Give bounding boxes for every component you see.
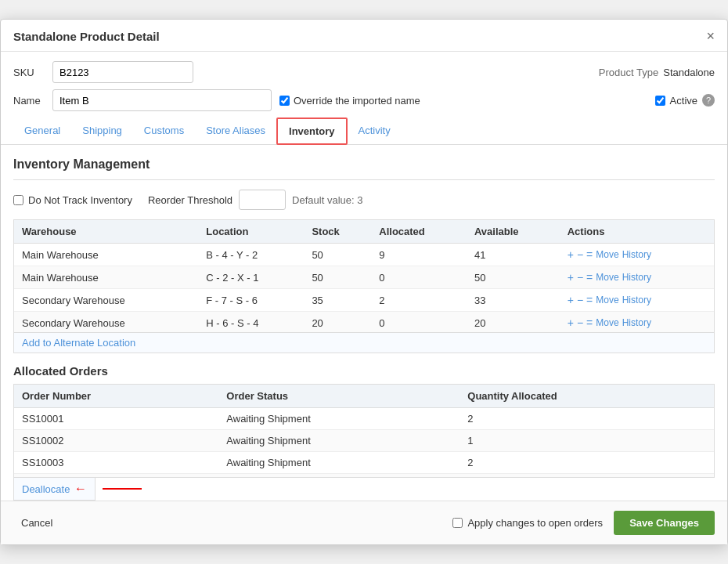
close-button[interactable]: × xyxy=(706,29,715,43)
tab-shipping[interactable]: Shipping xyxy=(71,118,133,145)
quantity-cell: 2 xyxy=(460,452,714,474)
active-area: Active ? xyxy=(655,94,715,107)
cancel-button[interactable]: Cancel xyxy=(13,512,60,533)
table-row: Main Warehouse B - 4 - Y - 2 50 9 41 + −… xyxy=(14,244,714,266)
edit-stock-icon[interactable]: = xyxy=(586,294,593,306)
sku-label: SKU xyxy=(13,67,45,78)
edit-stock-icon[interactable]: = xyxy=(586,316,593,329)
col-warehouse: Warehouse xyxy=(14,220,198,244)
order-status-cell: Awaiting Shipment xyxy=(218,474,460,479)
apply-changes-checkbox[interactable] xyxy=(452,518,463,528)
col-allocated: Allocated xyxy=(371,220,467,244)
order-number-cell: SS10003 xyxy=(14,452,218,474)
reorder-group: Reorder Threshold Default value: 3 xyxy=(148,190,363,210)
orders-header-row: Order Number Order Status Quantity Alloc… xyxy=(14,385,714,408)
orders-table-container: Order Number Order Status Quantity Alloc… xyxy=(13,384,715,478)
reorder-input[interactable] xyxy=(239,190,286,210)
save-button[interactable]: Save Changes xyxy=(614,511,715,535)
product-type-area: Product Type Standalone xyxy=(599,67,715,78)
stock-cell: 20 xyxy=(304,312,371,334)
allocated-orders-title: Allocated Orders xyxy=(13,364,715,378)
add-location-link[interactable]: Add to Alternate Location xyxy=(13,333,715,353)
order-status-cell: Awaiting Shipment xyxy=(218,452,460,474)
warehouse-cell: Secondary Warehouse xyxy=(14,289,198,312)
help-icon[interactable]: ? xyxy=(702,94,715,107)
remove-stock-icon[interactable]: − xyxy=(577,316,583,329)
modal-body: Inventory Management Do Not Track Invent… xyxy=(1,145,727,501)
add-stock-icon[interactable]: + xyxy=(568,294,574,306)
do-not-track-label[interactable]: Do Not Track Inventory xyxy=(13,194,132,206)
tab-customs[interactable]: Customs xyxy=(133,118,195,145)
quantity-cell: 1 xyxy=(460,430,714,452)
stock-cell: 50 xyxy=(304,244,371,266)
orders-table: Order Number Order Status Quantity Alloc… xyxy=(14,385,714,478)
add-stock-icon[interactable]: + xyxy=(568,271,574,284)
order-status-cell: Awaiting Shipment xyxy=(218,408,460,430)
add-stock-icon[interactable]: + xyxy=(568,248,574,261)
name-label: Name xyxy=(13,95,45,107)
quantity-cell: 1 xyxy=(460,474,714,479)
override-check[interactable]: Override the imported name xyxy=(279,95,420,107)
move-link[interactable]: Move xyxy=(596,317,618,328)
table-row: SS10003 Awaiting Shipment 2 xyxy=(14,452,714,474)
location-cell: B - 4 - Y - 2 xyxy=(198,244,304,266)
col-actions: Actions xyxy=(560,220,714,244)
name-row: Name Override the imported name Active ? xyxy=(13,89,715,111)
table-row: Secondary Warehouse H - 6 - S - 4 20 0 2… xyxy=(14,312,714,334)
table-row: Main Warehouse C - 2 - X - 1 50 0 50 + −… xyxy=(14,266,714,289)
do-not-track-checkbox[interactable] xyxy=(13,195,23,205)
override-checkbox[interactable] xyxy=(279,96,290,106)
col-stock: Stock xyxy=(304,220,371,244)
available-cell: 41 xyxy=(467,244,560,266)
order-number-cell: SS10002 xyxy=(14,430,218,452)
modal-title: Standalone Product Detail xyxy=(13,30,160,43)
actions-cell: + − = Move History xyxy=(560,244,714,266)
location-cell: C - 2 - X - 1 xyxy=(198,266,304,289)
allocated-cell: 0 xyxy=(371,312,467,334)
modal-fields: SKU Product Type Standalone Name Overrid… xyxy=(1,52,727,118)
remove-stock-icon[interactable]: − xyxy=(577,294,583,306)
history-link[interactable]: History xyxy=(622,272,651,283)
history-link[interactable]: History xyxy=(622,295,651,306)
allocated-cell: 2 xyxy=(371,289,467,312)
edit-stock-icon[interactable]: = xyxy=(586,271,593,284)
deallocate-link[interactable]: Deallocate ← xyxy=(13,478,96,501)
tabs-bar: General Shipping Customs Store Aliases I… xyxy=(1,118,727,145)
section-divider xyxy=(13,179,715,180)
tab-inventory[interactable]: Inventory xyxy=(276,118,348,145)
stock-cell: 35 xyxy=(304,289,371,312)
remove-stock-icon[interactable]: − xyxy=(577,248,583,261)
remove-stock-icon[interactable]: − xyxy=(577,271,583,284)
table-row: SS10002 Awaiting Shipment 1 xyxy=(14,430,714,452)
order-status-cell: Awaiting Shipment xyxy=(218,430,460,452)
tab-activity[interactable]: Activity xyxy=(348,118,402,145)
sku-input[interactable] xyxy=(52,61,193,83)
apply-changes-check[interactable]: Apply changes to open orders xyxy=(452,517,603,529)
tab-general[interactable]: General xyxy=(13,118,71,145)
move-link[interactable]: Move xyxy=(596,249,618,260)
location-cell: H - 6 - S - 4 xyxy=(198,312,304,334)
default-value: Default value: 3 xyxy=(292,194,362,206)
active-label: Active xyxy=(670,95,697,107)
quantity-cell: 2 xyxy=(460,408,714,430)
available-cell: 33 xyxy=(467,289,560,312)
inventory-options: Do Not Track Inventory Reorder Threshold… xyxy=(13,190,715,210)
apply-changes-label: Apply changes to open orders xyxy=(467,517,603,529)
edit-stock-icon[interactable]: = xyxy=(586,248,593,261)
allocated-cell: 9 xyxy=(371,244,467,266)
inventory-table: Warehouse Location Stock Allocated Avail… xyxy=(14,220,714,333)
history-link[interactable]: History xyxy=(622,249,651,260)
available-cell: 50 xyxy=(467,266,560,289)
move-link[interactable]: Move xyxy=(596,272,618,283)
history-link[interactable]: History xyxy=(622,317,651,328)
move-link[interactable]: Move xyxy=(596,295,618,306)
product-detail-modal: Standalone Product Detail × SKU Product … xyxy=(0,19,728,545)
location-cell: F - 7 - S - 6 xyxy=(198,289,304,312)
add-stock-icon[interactable]: + xyxy=(568,316,574,329)
col-order-number: Order Number xyxy=(14,385,218,408)
warehouse-cell: Secondary Warehouse xyxy=(14,312,198,334)
override-label: Override the imported name xyxy=(294,95,420,107)
name-input[interactable] xyxy=(52,89,272,111)
tab-store-aliases[interactable]: Store Aliases xyxy=(195,118,276,145)
active-checkbox[interactable] xyxy=(655,96,665,106)
